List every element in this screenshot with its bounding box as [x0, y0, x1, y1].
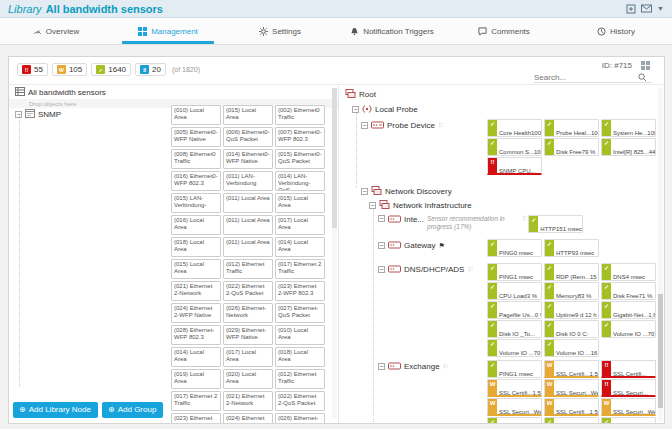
flag-icon[interactable]: ⚑ [439, 242, 445, 250]
sensor-box[interactable]: SSL Securi...Weak Proto... [601, 398, 656, 416]
library-sensor-cell[interactable]: (022) Ethernet 2-QoS Packet [223, 281, 273, 301]
library-sensor-cell[interactable]: (014) Ethernet0-WFP Native [223, 149, 273, 169]
sensor-box[interactable]: Disk Free79 % [544, 138, 599, 156]
sensor-box[interactable]: Probe Heal...100 % [544, 119, 599, 137]
library-sensor-cell[interactable]: (012) Ethernet Traffic [275, 369, 325, 389]
sensor-box[interactable]: SSL Securi...Weak Proto... [544, 379, 599, 397]
library-sensor-cell[interactable]: (017) Local Area [275, 215, 325, 235]
collapse-toggle[interactable]: − [361, 188, 368, 195]
left-scrollbar[interactable] [332, 88, 337, 418]
library-sensor-cell[interactable]: (024) Ethernet 2-WFP Native [171, 303, 221, 323]
library-sensor-cell[interactable]: (011) Local Area [223, 215, 273, 235]
sensor-box[interactable]: Intel[R] 825...445 kbit/s [601, 138, 656, 156]
flag-icon[interactable]: ⚐ [438, 122, 444, 130]
library-sensor-cell[interactable]: (015) Local Area [223, 105, 273, 125]
sensor-box[interactable]: SSL Certifi...1,501 [544, 398, 599, 416]
sensor-box[interactable]: HTTPS94 msec [487, 417, 542, 423]
collapse-toggle[interactable]: − [378, 215, 385, 222]
status-chip-warning[interactable]: W105 [52, 63, 87, 76]
library-sensor-cell[interactable]: (019) Local Area [171, 369, 221, 389]
library-sensor-cell[interactable]: (017) Local Area [223, 347, 273, 367]
sensor-box[interactable]: HTTP93 msec [544, 239, 599, 257]
sensor-box[interactable]: Memory83 % [544, 282, 599, 300]
sensor-box[interactable]: System He...100 % [601, 119, 656, 137]
sensor-box[interactable]: Core Health100 % [487, 119, 542, 137]
internet-node[interactable]: − Inte... Sensor recommendation in progr… [339, 215, 528, 231]
sensor-box[interactable]: DNS4 msec [601, 263, 656, 281]
library-sensor-cell[interactable]: (010) Local Area [275, 325, 325, 345]
sensor-box[interactable]: RDP (Rem...15 msec [544, 417, 599, 423]
probe-device-node[interactable]: − Probe Device ⚐ [339, 119, 487, 132]
sensor-box[interactable]: RDP (Rem...15 msec [544, 263, 599, 281]
library-root-node[interactable]: All bandwidth sensors [9, 86, 338, 99]
tab-comments[interactable]: Comments [448, 18, 560, 44]
library-sensor-cell[interactable]: (017) Ethernet 2 Traffic [275, 259, 325, 279]
sensor-box[interactable]: Uptime9 d 12 h [544, 301, 599, 319]
library-sensor-cell[interactable]: (002) Ethernet0 Traffic [275, 105, 325, 125]
library-sensor-cell[interactable]: (016) Local Area [171, 215, 221, 235]
library-sensor-cell[interactable]: (021) Ethernet 2-Network [171, 281, 221, 301]
tab-management[interactable]: Management [112, 18, 224, 44]
library-sensor-cell[interactable]: (022) Ethernet 2-QoS Packet [275, 391, 325, 411]
library-sensor-cell[interactable]: (015) Ethernet0-QoS Packet [275, 149, 325, 169]
email-icon[interactable] [641, 4, 652, 13]
root-node[interactable]: Root [339, 88, 656, 101]
library-sensor-cell[interactable]: (029) Ethernet-WFP Native [223, 325, 273, 345]
library-sensor-cell[interactable]: (011) Local Area [223, 193, 273, 213]
add-library-node-button[interactable]: ⊕ Add Library Node [13, 402, 98, 418]
right-scrollbar-thumb[interactable] [658, 294, 663, 407]
library-sensor-cell[interactable]: (027) Ethernet-QoS Packet [275, 303, 325, 323]
tab-settings[interactable]: Settings [224, 18, 336, 44]
library-sensor-cell[interactable]: (018) Local Area [275, 347, 325, 367]
chevron-down-icon[interactable]: ▼ [657, 5, 664, 12]
new-window-icon[interactable] [626, 4, 636, 14]
library-sensor-cell[interactable]: (017) Ethernet 2 Traffic [171, 391, 221, 411]
exchange-node[interactable]: − Exchange ⚐ [339, 360, 487, 373]
sensor-box[interactable]: Pagefile Us...0 % [487, 301, 542, 319]
network-discovery-node[interactable]: − Network Discovery [339, 185, 656, 198]
library-sensor-cell[interactable]: (010) Local Area [171, 105, 221, 125]
flag-icon[interactable]: ⚐ [443, 363, 449, 371]
library-sensor-cell[interactable]: (007) Ethernet0-WFP 802.3 [275, 127, 325, 147]
sensor-box[interactable]: Disk Free71 % [601, 282, 656, 300]
local-probe-node[interactable]: − Local Probe [339, 103, 656, 116]
library-sensor-cell[interactable]: (020) Local Area [223, 369, 273, 389]
library-sensor-cell[interactable]: (026) Ethernet-Network [223, 303, 273, 323]
search-input[interactable] [534, 73, 638, 82]
collapse-toggle[interactable]: − [378, 242, 385, 249]
flag-icon[interactable]: ⚐ [467, 266, 473, 274]
library-sensor-cell[interactable]: (016) Ethernet0-WFP 802.3 [171, 171, 221, 191]
sensor-box[interactable]: Volume IO ...70 % [487, 339, 542, 357]
sensor-box[interactable]: PING1 msec [487, 360, 542, 378]
collapse-toggle[interactable]: − [361, 122, 368, 129]
sensor-box[interactable]: IMAP11 msec [601, 417, 656, 423]
tab-history[interactable]: History [560, 18, 672, 44]
collapse-toggle[interactable]: − [378, 266, 385, 273]
sensor-box[interactable]: Volume IO ...16 % [544, 339, 599, 357]
qr-grid-icon[interactable] [641, 61, 650, 70]
right-scrollbar[interactable] [658, 88, 663, 421]
library-sensor-cell[interactable]: (028) Ethernet-WFP 802.3 [171, 325, 221, 345]
sensor-box[interactable]: Disk IO 0 C:<1 % [544, 320, 599, 338]
library-sensor-cell[interactable]: (014) Local Area [275, 237, 325, 257]
library-sensor-cell[interactable]: (023) Ethernet 2-WFP 802.3 [171, 413, 221, 423]
library-sensor-cell[interactable]: (011) LAN-Verbindung [223, 171, 273, 191]
sensor-box[interactable]: Volume IO ...70 % [601, 320, 656, 338]
collapse-toggle[interactable]: − [369, 202, 376, 209]
sensor-box[interactable]: SSL Securi...Weak Proto... [487, 398, 542, 416]
tab-notification-triggers[interactable]: Notification Triggers [336, 18, 448, 44]
sensor-box[interactable]: Gigabit-Net...1,672 kbit/s [601, 301, 656, 319]
library-sensor-cell[interactable]: (008) Ethernet0 Traffic [171, 149, 221, 169]
sensor-box[interactable]: Disk IO _To...<1 % [487, 320, 542, 338]
status-chip-up[interactable]: ✓1640 [91, 63, 131, 76]
collapse-toggle[interactable]: − [378, 363, 385, 370]
sensor-box[interactable]: SSL Certifi...1,501 [544, 360, 599, 378]
sensor-box[interactable]: CPU Load3 % [487, 282, 542, 300]
sensor-box[interactable]: SSL Certifi...1,501 [487, 379, 542, 397]
sensor-box[interactable]: PING0 msec [487, 239, 542, 257]
library-sensor-cell[interactable]: (015) Local Area [275, 193, 325, 213]
collapse-toggle[interactable]: − [352, 106, 359, 113]
status-chip-down[interactable]: !!55 [17, 63, 48, 76]
library-sensor-cell[interactable]: (015) Local Area [171, 259, 221, 279]
library-sensor-cell[interactable]: (015) LAN-Verbindung- [171, 193, 221, 213]
